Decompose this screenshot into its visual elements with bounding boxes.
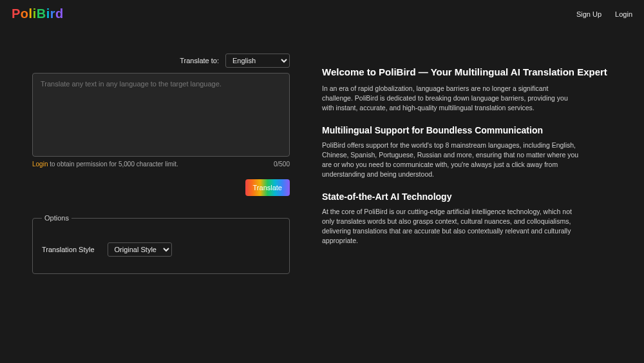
section-paragraph-ai: At the core of PoliBird is our cutting-e… <box>322 207 580 246</box>
options-panel: Options Translation Style Original Style… <box>32 214 290 274</box>
translate-button[interactable]: Translate <box>245 179 290 196</box>
translate-to-label: Translate to: <box>180 57 219 64</box>
brand-logo: PoliBird <box>12 6 64 21</box>
signup-link[interactable]: Sign Up <box>576 10 601 18</box>
char-limit-login-link[interactable]: Login <box>32 161 48 168</box>
hero-heading: Welcome to PoliBird — Your Multilingual … <box>322 66 612 77</box>
char-limit-note: Login to obtain permission for 5,000 cha… <box>32 161 178 168</box>
target-language-select[interactable]: EnglishChineseSpanishPortugueseRussianFr… <box>225 54 290 68</box>
section-heading-multilingual: Multilingual Support for Boundless Commu… <box>322 125 612 135</box>
translation-style-label: Translation Style <box>42 246 95 253</box>
source-text-input[interactable] <box>32 73 290 157</box>
hero-paragraph: In an era of rapid globalization, langua… <box>322 84 580 113</box>
section-heading-ai: State-of-the-Art AI Technology <box>322 191 612 202</box>
login-link[interactable]: Login <box>615 10 632 18</box>
translation-style-select[interactable]: Original StyleFormalCasual <box>108 242 172 257</box>
options-legend: Options <box>42 214 71 222</box>
section-paragraph-multilingual: PoliBird offers support for the world's … <box>322 141 580 180</box>
char-count: 0/500 <box>274 161 290 168</box>
